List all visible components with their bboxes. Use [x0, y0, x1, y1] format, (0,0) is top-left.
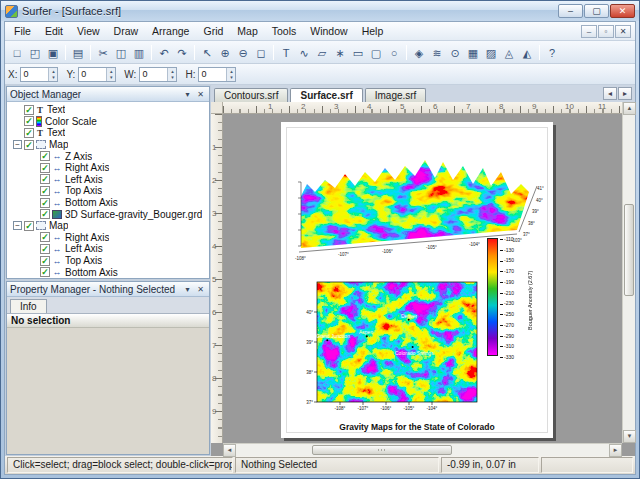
vertical-scrollbar[interactable]: ▲ ▼: [622, 102, 635, 443]
menu-help[interactable]: Help: [355, 23, 391, 39]
visibility-checkbox[interactable]: ✓: [40, 186, 50, 196]
visibility-checkbox[interactable]: ✓: [40, 267, 50, 277]
h-input[interactable]: 0▴▾: [198, 67, 236, 82]
mdi-minimize-button[interactable]: –: [581, 25, 597, 38]
visibility-checkbox[interactable]: ✓: [24, 116, 34, 126]
tab-image.srf[interactable]: Image.srf: [365, 88, 427, 102]
rectangle-button[interactable]: ▭: [350, 44, 366, 61]
zoom-in-button[interactable]: ⊕: [217, 44, 233, 61]
horizontal-scroll-thumb[interactable]: [312, 445, 452, 455]
cut-button[interactable]: ✂: [95, 44, 111, 61]
polyline-button[interactable]: ∿: [296, 44, 312, 61]
surface-map-button[interactable]: ◭: [519, 44, 535, 61]
spinner-down-icon[interactable]: ▾: [107, 74, 115, 81]
panel-collapse-icon[interactable]: ▾: [182, 285, 193, 294]
symbol-button[interactable]: ∗: [332, 44, 348, 61]
text-button[interactable]: T: [278, 44, 294, 61]
vertical-scroll-thumb[interactable]: [624, 204, 634, 296]
shaded-relief-map-button[interactable]: ▨: [483, 44, 499, 61]
undo-button[interactable]: ↶: [156, 44, 172, 61]
tree-item-text[interactable]: ✓TText: [9, 104, 209, 116]
spinner-down-icon[interactable]: ▾: [49, 74, 57, 81]
tab-info[interactable]: Info: [10, 299, 47, 313]
w-input[interactable]: 0▴▾: [139, 67, 177, 82]
tab-surface.srf[interactable]: Surface.srf: [290, 88, 362, 102]
gravity-image-map[interactable]: 40° 39° 38° 37° -108° -107° -106° -105° …: [301, 280, 483, 420]
tree-item-left-axis[interactable]: ✓↔Left Axis: [9, 174, 209, 186]
save-button[interactable]: ▣: [45, 44, 61, 61]
menu-map[interactable]: Map: [230, 23, 264, 39]
collapse-toggle-icon[interactable]: −: [13, 221, 22, 230]
maximize-button[interactable]: ▢: [584, 4, 609, 18]
close-button[interactable]: ✕: [610, 4, 635, 18]
new-button[interactable]: □: [9, 44, 25, 61]
visibility-checkbox[interactable]: ✓: [40, 209, 50, 219]
tree-item-map[interactable]: −✓Map: [9, 220, 209, 232]
visibility-checkbox[interactable]: ✓: [24, 140, 34, 150]
tree-item-3d-surface-gravity-bouger-grd[interactable]: ✓3D Surface-gravity_Bouger.grd: [9, 208, 209, 220]
scroll-down-icon[interactable]: ▼: [623, 430, 636, 443]
visibility-checkbox[interactable]: ✓: [40, 198, 50, 208]
post-map-button[interactable]: ⊙: [447, 44, 463, 61]
spinner-down-icon[interactable]: ▾: [168, 74, 176, 81]
y-input[interactable]: 0▴▾: [78, 67, 116, 82]
menu-window[interactable]: Window: [303, 23, 354, 39]
scroll-right-icon[interactable]: ►: [609, 444, 622, 457]
scroll-up-icon[interactable]: ▲: [623, 102, 636, 115]
collapse-toggle-icon[interactable]: −: [13, 140, 22, 149]
menu-edit[interactable]: Edit: [38, 23, 70, 39]
tab-contours.srf[interactable]: Contours.srf: [214, 88, 288, 102]
base-map-button[interactable]: ◈: [411, 44, 427, 61]
mdi-restore-button[interactable]: ▫: [598, 25, 614, 38]
tree-item-map[interactable]: −✓Map: [9, 139, 209, 151]
scroll-left-icon[interactable]: ◄: [223, 444, 236, 457]
horizontal-scrollbar[interactable]: ◄ ►: [223, 443, 622, 456]
paste-button[interactable]: ▥: [131, 44, 147, 61]
menu-draw[interactable]: Draw: [107, 23, 146, 39]
select-button[interactable]: ↖: [199, 44, 215, 61]
polygon-button[interactable]: ▱: [314, 44, 330, 61]
x-input[interactable]: 0▴▾: [20, 67, 58, 82]
visibility-checkbox[interactable]: ✓: [40, 256, 50, 266]
map-title-text[interactable]: Gravity Maps for the State of Colorado: [281, 422, 553, 432]
open-button[interactable]: ◰: [27, 44, 43, 61]
visibility-checkbox[interactable]: ✓: [40, 163, 50, 173]
spinner-down-icon[interactable]: ▾: [227, 74, 235, 81]
tree-item-color-scale[interactable]: ✓Color Scale: [9, 116, 209, 128]
tree-item-right-axis[interactable]: ✓↔Right Axis: [9, 232, 209, 244]
rounded-rectangle-button[interactable]: ▢: [368, 44, 384, 61]
copy-button[interactable]: ◫: [113, 44, 129, 61]
visibility-checkbox[interactable]: ✓: [24, 105, 34, 115]
visibility-checkbox[interactable]: ✓: [40, 174, 50, 184]
tree-item-top-axis[interactable]: ✓↔Top Axis: [9, 255, 209, 267]
tree-item-z-axis[interactable]: ✓↔Z Axis: [9, 150, 209, 162]
print-button[interactable]: ▤: [70, 44, 86, 61]
contour-map-button[interactable]: ≋: [429, 44, 445, 61]
menu-tools[interactable]: Tools: [265, 23, 304, 39]
tab-scroll-left-button[interactable]: ◂: [603, 87, 617, 100]
tab-scroll-right-button[interactable]: ▸: [618, 87, 632, 100]
tree-item-bottom-axis[interactable]: ✓↔Bottom Axis: [9, 197, 209, 209]
visibility-checkbox[interactable]: ✓: [24, 128, 34, 138]
help-button[interactable]: ?: [544, 44, 560, 61]
image-map-button[interactable]: ▦: [465, 44, 481, 61]
menu-view[interactable]: View: [70, 23, 107, 39]
tree-item-top-axis[interactable]: ✓↔Top Axis: [9, 185, 209, 197]
menu-grid[interactable]: Grid: [196, 23, 230, 39]
panel-collapse-icon[interactable]: ▾: [182, 90, 193, 99]
zoom-window-button[interactable]: ◻: [253, 44, 269, 61]
zoom-out-button[interactable]: ⊖: [235, 44, 251, 61]
visibility-checkbox[interactable]: ✓: [40, 151, 50, 161]
visibility-checkbox[interactable]: ✓: [40, 244, 50, 254]
visibility-checkbox[interactable]: ✓: [40, 232, 50, 242]
menu-file[interactable]: File: [7, 23, 38, 39]
tree-item-left-axis[interactable]: ✓↔Left Axis: [9, 243, 209, 255]
visibility-checkbox[interactable]: ✓: [24, 221, 34, 231]
wireframe-map-button[interactable]: ◬: [501, 44, 517, 61]
mdi-close-button[interactable]: ✕: [615, 25, 631, 38]
color-scale[interactable]: -110-130-150-170-190-210-230-250-270-290…: [487, 236, 549, 370]
panel-close-icon[interactable]: ✕: [195, 285, 206, 294]
redo-button[interactable]: ↷: [174, 44, 190, 61]
tree-item-bottom-axis[interactable]: ✓↔Bottom Axis: [9, 266, 209, 278]
ellipse-button[interactable]: ○: [386, 44, 402, 61]
